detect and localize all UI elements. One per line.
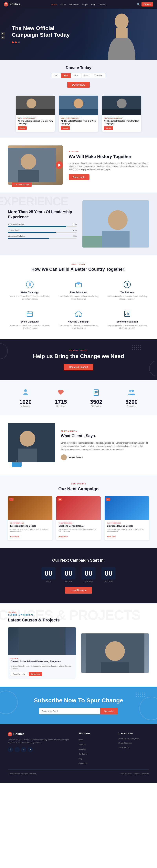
- donate-tab-custom[interactable]: Custom: [92, 73, 105, 78]
- side-btn-2[interactable]: ▶: [1, 36, 5, 39]
- hero-person-svg: [104, 10, 139, 60]
- svg-point-38: [129, 390, 131, 392]
- footer-link-about[interactable]: About Us: [78, 744, 86, 745]
- subscribe-button[interactable]: Subscribe: [100, 708, 118, 714]
- news-card-btn-1[interactable]: Donate: [18, 126, 27, 130]
- experience-image: [83, 200, 149, 248]
- cta-dots: [132, 345, 141, 350]
- hero-dot-3[interactable]: [18, 41, 20, 43]
- countdown-seconds: 00 Seconds: [101, 567, 116, 582]
- nav-link-home[interactable]: Home: [52, 3, 57, 6]
- nav-link-blog[interactable]: Blog: [91, 3, 96, 6]
- countdown-grid: 00 Days 00 Hours 00 Minutes 00 Seconds: [8, 567, 149, 582]
- cause-image-large: [81, 627, 149, 679]
- nav-link-about[interactable]: About: [60, 3, 66, 6]
- footer-site-links: Site Links Home About Us Donations Our E…: [78, 732, 110, 765]
- donate-tab-500[interactable]: $500: [81, 73, 92, 78]
- donate-now-button[interactable]: Donate Now: [67, 82, 90, 88]
- how-card-2: Free Education Lorem ipsum dolor sit ame…: [57, 278, 100, 302]
- news-cards-section: NEWS ANNOUNCEMENT All The Latest Updates…: [0, 94, 157, 137]
- testimonial-body: Lorem ipsum dolor sit amet consectetur a…: [61, 441, 149, 451]
- event-body-1: 01 OCTOBER 2023 Elections Beyond Debate …: [8, 520, 53, 540]
- twitter-icon[interactable]: t: [14, 747, 20, 752]
- cause-read-more[interactable]: Read More Info: [10, 672, 27, 676]
- search-icon[interactable]: 🔍: [137, 3, 140, 6]
- countdown-button[interactable]: Learn Donation: [65, 587, 92, 594]
- cause-donate[interactable]: Donate Info: [29, 672, 42, 676]
- facebook-icon[interactable]: f: [8, 747, 13, 752]
- news-card-3: NEWS ANNOUNCEMENT All The Latest Updates…: [102, 96, 141, 132]
- footer-link-home[interactable]: Home: [78, 739, 83, 741]
- experience-section: EXPERIENCE More Than 25 Years Of Leaders…: [0, 192, 157, 255]
- nav-logo[interactable]: Politica: [4, 2, 21, 6]
- footer-link-events[interactable]: Our Events: [78, 753, 87, 755]
- stat-number-1: 1020: [20, 399, 32, 405]
- svg-rect-3: [116, 28, 128, 38]
- donations-icon: [55, 388, 67, 397]
- cta-button[interactable]: Donate & Support: [64, 364, 93, 370]
- footer-contact-title: Contact Info: [118, 732, 149, 735]
- side-buttons: ▶ ▶: [1, 32, 5, 39]
- svg-rect-19: [83, 236, 102, 248]
- how-card-4: Event Campaign Lorem ipsum dolor sit ame…: [8, 307, 52, 332]
- mission-button[interactable]: About Leader: [69, 174, 90, 180]
- subscribe-form: Subscribe: [39, 708, 118, 714]
- hero-dots: [12, 41, 74, 43]
- mission-badge[interactable]: Join Our Campaign: [12, 182, 32, 187]
- footer-link-donations[interactable]: Donations: [78, 748, 87, 750]
- cause-card-1: POLITICS Onward School-Based Deworming P…: [8, 627, 76, 679]
- event-more-1[interactable]: Read More: [10, 536, 19, 538]
- footer-terms[interactable]: Terms & Conditions: [134, 773, 149, 775]
- instagram-icon[interactable]: in: [21, 747, 26, 752]
- donate-tab-50[interactable]: $50: [61, 73, 71, 78]
- experience-title: More Than 25 Years Of Leadership Experie…: [8, 209, 76, 219]
- testimonial-image: ": [8, 423, 55, 467]
- nav-donate-button[interactable]: Donate: [142, 2, 153, 6]
- svg-point-45: [105, 641, 125, 661]
- causes-watermark: CAUSES & PROJECTS: [0, 607, 140, 623]
- countdown-title: Our Next Campaign Start In:: [8, 558, 149, 563]
- stat-4: 5200 Supporters: [125, 388, 137, 407]
- footer-privacy[interactable]: Privacy Policy: [121, 773, 131, 775]
- event-date-2: 14: [58, 498, 62, 501]
- donate-tab-100[interactable]: $100: [71, 73, 81, 78]
- hero-dot-1[interactable]: [12, 41, 14, 43]
- footer-site-links-title: Site Links: [78, 732, 110, 735]
- cta-title: Help us Bring the Change we Need: [8, 353, 149, 360]
- news-card-btn-2[interactable]: Donate: [61, 126, 70, 130]
- event-img-3: 07: [104, 496, 149, 520]
- footer-social: f t in ▶: [8, 747, 71, 752]
- cta-circle-right: [149, 361, 157, 376]
- donate-tab-10[interactable]: $10: [52, 73, 61, 78]
- news-card-btn-3[interactable]: Donate: [104, 126, 113, 130]
- nav-link-donations[interactable]: Donations: [69, 3, 79, 6]
- hero-dot-2[interactable]: [15, 41, 17, 43]
- svg-rect-9: [59, 109, 98, 115]
- footer-link-contact[interactable]: Contact Us: [78, 763, 87, 764]
- how-card-title-3: Tax Returns: [121, 291, 134, 294]
- news-card-body-2: NEWS ANNOUNCEMENT All The Latest Updates…: [59, 115, 98, 132]
- news-card-1: NEWS ANNOUNCEMENT All The Latest Updates…: [16, 96, 55, 132]
- nav-link-contact[interactable]: Contact: [99, 3, 106, 6]
- experience-image-wrap: [83, 200, 149, 248]
- play-icon: [58, 163, 61, 167]
- event-card-1: 21 01 OCTOBER 2023 Elections Beyond Deba…: [8, 496, 53, 540]
- svg-text:$: $: [126, 283, 128, 286]
- footer-phone: +1 234 567 890: [118, 746, 149, 749]
- event-more-2[interactable]: Read More: [59, 536, 68, 538]
- news-card-img-3: [102, 96, 141, 115]
- footer-bottom: © 2023 Politica. All Rights Reserved. Pr…: [8, 770, 149, 775]
- footer-link-blog[interactable]: Blog: [78, 758, 82, 760]
- event-date-1: 21: [9, 498, 13, 501]
- play-button[interactable]: [56, 161, 63, 169]
- youtube-icon[interactable]: ▶: [28, 747, 33, 752]
- event-more-3[interactable]: Read More: [107, 536, 116, 538]
- volunteers-icon: [20, 388, 32, 397]
- stat-1: 1020 Volunteers: [20, 388, 32, 407]
- nav-link-pages[interactable]: Pages: [82, 3, 88, 6]
- side-btn-1[interactable]: ▶: [1, 32, 5, 35]
- subscribe-email-input[interactable]: [39, 708, 100, 714]
- mission-title: We Will Make History Together: [69, 154, 149, 160]
- svg-rect-24: [27, 312, 33, 316]
- water-icon: [25, 280, 35, 289]
